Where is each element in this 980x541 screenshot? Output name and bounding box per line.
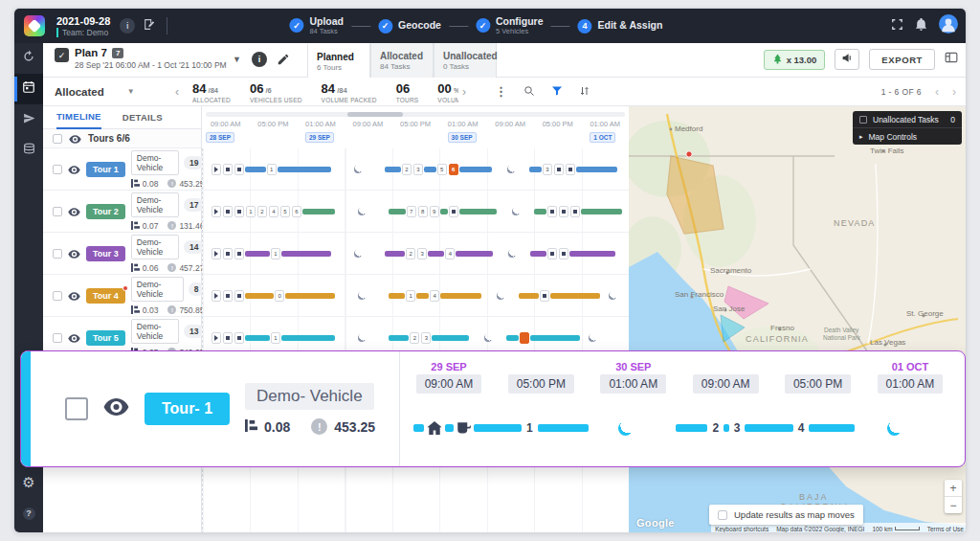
gantt-row[interactable]: 1234 <box>203 233 629 275</box>
workflow-step-configure[interactable]: ✓Configure5 Vehicles <box>476 16 544 35</box>
stop-icon-chip[interactable] <box>234 332 244 344</box>
tour-checkbox[interactable] <box>53 333 62 343</box>
stop-chip[interactable]: 7 <box>407 206 416 217</box>
bell-icon[interactable] <box>915 17 927 34</box>
stop-chip[interactable]: 2 <box>257 206 267 217</box>
tab-timeline[interactable]: TIMELINE <box>56 106 101 129</box>
stop-chip[interactable]: 2 <box>410 332 419 344</box>
tour-badge[interactable]: Tour 1 <box>86 162 125 177</box>
eye-icon[interactable] <box>68 245 80 262</box>
highlighted-stop-chip[interactable]: 6 <box>449 164 458 175</box>
stop-chip[interactable]: 1 <box>271 332 280 344</box>
stop-chip[interactable]: 0 <box>275 290 284 302</box>
eye-icon[interactable] <box>68 287 80 304</box>
unallocated-checkbox[interactable] <box>859 116 867 124</box>
map-controls-toggle[interactable]: ▸ Map Controls <box>853 128 962 145</box>
stats-scroll-left-icon[interactable]: ‹ <box>175 85 179 99</box>
map-marker[interactable] <box>686 151 692 157</box>
update-results-toggle[interactable]: Update results as map moves <box>709 505 863 525</box>
plan-dropdown-caret[interactable]: ▼ <box>233 55 241 64</box>
unallocated-tasks-toggle[interactable]: Unallocated Tasks 0 <box>853 111 962 127</box>
megaphone-button[interactable] <box>835 49 859 70</box>
tours-select-all-checkbox[interactable] <box>53 134 62 144</box>
sidebar-item-settings[interactable]: ⚙ <box>14 467 43 498</box>
stop-chip[interactable]: 1 <box>246 206 256 217</box>
allocation-filter-dropdown[interactable]: Allocated ▼ <box>55 86 175 98</box>
page-prev-icon[interactable]: ‹ <box>935 85 939 99</box>
eye-icon[interactable] <box>69 130 81 147</box>
eye-icon[interactable] <box>68 329 80 347</box>
stop-chip[interactable] <box>570 206 580 217</box>
kebab-icon[interactable]: ⋮ <box>495 84 507 99</box>
stop-chip[interactable] <box>554 164 564 175</box>
tab-unallocated[interactable]: Unallocated0 Tasks <box>434 43 497 78</box>
notes-icon[interactable] <box>143 18 155 34</box>
plan-check-icon[interactable]: ✓ <box>55 48 69 62</box>
tour-checkbox[interactable] <box>53 207 62 216</box>
page-next-icon[interactable]: › <box>952 85 956 99</box>
stop-icon-chip[interactable] <box>223 164 233 175</box>
stop-icon-chip[interactable] <box>566 164 575 175</box>
stop-chip[interactable]: 3 <box>543 164 552 175</box>
stop-chip[interactable]: 1 <box>271 248 280 259</box>
stop-chip[interactable]: 3 <box>421 332 431 344</box>
tour-row[interactable]: Tour 3Demo-Vehicle140.06!457.27 <box>43 233 201 275</box>
sidebar-item-help[interactable]: ? <box>14 498 43 529</box>
fullscreen-icon[interactable] <box>891 17 903 34</box>
overlay-tour-badge[interactable]: Tour- 1 <box>145 393 230 425</box>
stop-chip[interactable]: 1 <box>267 164 277 175</box>
tab-allocated[interactable]: Allocated84 Tasks <box>370 43 434 78</box>
stop-icon-chip[interactable] <box>234 248 244 259</box>
stop-chip[interactable]: 3 <box>413 164 423 175</box>
stop-chip[interactable] <box>559 248 568 259</box>
tab-details[interactable]: DETAILS <box>122 106 163 129</box>
tour-checkbox[interactable] <box>53 249 62 259</box>
stop-chip[interactable]: 4 <box>445 248 455 259</box>
gantt-scrollbar-thumb[interactable] <box>347 112 403 117</box>
gantt-row[interactable]: 12456789 <box>203 191 629 233</box>
stop-chip[interactable] <box>547 248 557 259</box>
stop-chip[interactable] <box>449 206 458 217</box>
stop-chip[interactable]: 5 <box>280 206 290 217</box>
tour-row[interactable]: Tour 2Demo-Vehicle170.07!131.46 <box>43 191 201 233</box>
overlay-eye-icon[interactable] <box>103 398 129 419</box>
stop-icon-chip[interactable] <box>223 206 233 217</box>
tour-row[interactable]: Tour 1Demo-Vehicle190.08!453.25 <box>43 148 201 191</box>
keyboard-shortcuts-link[interactable]: Keyboard shortcuts <box>715 526 768 532</box>
tour-badge[interactable]: Tour 5 <box>86 330 125 346</box>
highlighted-stop-chip[interactable] <box>520 332 529 344</box>
stop-icon-chip[interactable] <box>223 332 233 344</box>
stop-icon-chip[interactable] <box>234 206 244 217</box>
stats-scroll-right-icon[interactable]: › <box>462 85 466 99</box>
stop-chip[interactable]: 4 <box>269 206 278 217</box>
tour-badge[interactable]: Tour 3 <box>86 246 125 261</box>
stop-icon-chip[interactable] <box>223 290 233 302</box>
stop-chip[interactable]: 2 <box>406 248 415 259</box>
stop-chip[interactable]: 9 <box>430 206 439 217</box>
stop-chip[interactable] <box>540 290 549 302</box>
stop-chip[interactable]: 4 <box>430 290 439 302</box>
filter-icon[interactable] <box>551 83 563 101</box>
overlay-tour-checkbox[interactable] <box>65 397 88 420</box>
search-icon[interactable] <box>523 83 535 101</box>
sidebar-item-planner[interactable] <box>14 74 43 104</box>
workflow-step-geocode[interactable]: ✓Geocode <box>378 19 441 34</box>
layout-icon[interactable] <box>945 51 958 68</box>
stop-chip[interactable]: 2 <box>402 164 412 175</box>
sidebar-item-data[interactable] <box>14 135 43 166</box>
tour-badge[interactable]: Tour 4 <box>86 288 125 304</box>
stop-chip[interactable] <box>559 206 568 217</box>
terms-of-use-link[interactable]: Terms of Use <box>927 526 964 532</box>
zoom-out-button[interactable]: − <box>945 497 962 513</box>
stop-chip[interactable]: 8 <box>418 206 428 217</box>
stop-chip[interactable]: 3 <box>417 248 427 259</box>
eye-icon[interactable] <box>68 203 80 220</box>
plan-edit-icon[interactable] <box>277 53 290 70</box>
stop-icon-chip[interactable] <box>223 248 233 259</box>
zoom-in-button[interactable]: + <box>945 480 962 496</box>
stop-chip[interactable]: 1 <box>406 290 415 302</box>
stop-icon-chip[interactable] <box>234 290 244 302</box>
gantt-row[interactable]: 014 <box>203 275 629 317</box>
gantt-scrollbar[interactable] <box>206 112 625 117</box>
stop-icon-chip[interactable] <box>234 164 244 175</box>
